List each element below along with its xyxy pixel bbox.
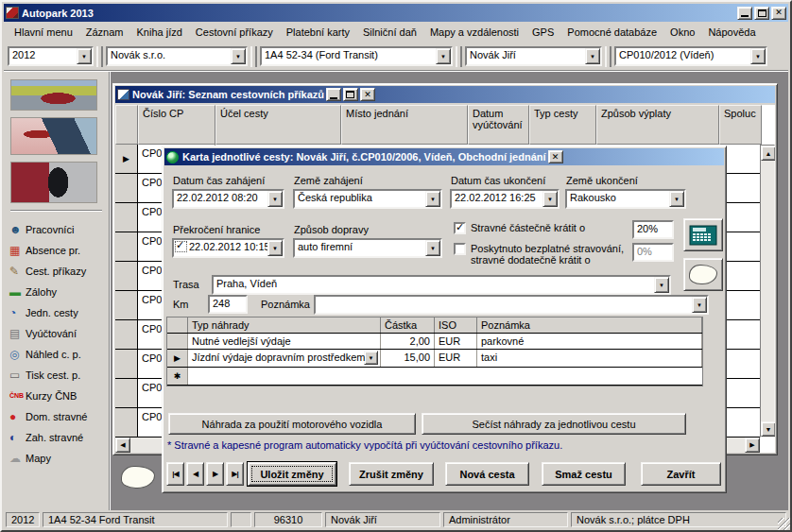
km-field[interactable]: 248 bbox=[208, 295, 248, 314]
menu-item-hlavn-menu[interactable]: Hlavní menu bbox=[8, 25, 79, 40]
vehicle-compensation-button[interactable]: Náhrada za použití motorového vozidla bbox=[168, 413, 416, 435]
toolbar-combo-trip[interactable]: CP010/2012 (Vídeň)▼ bbox=[614, 46, 767, 66]
sidebar-item-pracovn-ci[interactable]: Pracovníci bbox=[9, 219, 103, 240]
sidebar-item-mapy[interactable]: Mapy bbox=[9, 448, 103, 469]
meal-reduce-checkbox[interactable] bbox=[454, 222, 466, 234]
sidebar-item-tisk-cest-p[interactable]: Tisk cest. p. bbox=[9, 365, 103, 386]
menu-item-mapy-a-vzd-lenosti[interactable]: Mapy a vzdálenosti bbox=[423, 25, 525, 40]
new-trip-button[interactable]: Nová cesta bbox=[445, 462, 529, 486]
close-dialog-button[interactable]: Zavřít bbox=[641, 462, 721, 486]
nav-first-button[interactable]: |◀ bbox=[166, 462, 184, 486]
scroll-left-icon[interactable]: ◀ bbox=[115, 438, 130, 453]
sidebar-item-z-lohy[interactable]: Zálohy bbox=[9, 282, 103, 302]
nav-last-button[interactable]: ▶| bbox=[226, 462, 244, 486]
list-maximize-button[interactable] bbox=[343, 88, 358, 101]
end-datetime-combo[interactable]: 22.02.2012 16:25 ▼ bbox=[450, 189, 560, 209]
toolbar-combo-vehicle[interactable]: 1A4 52-34 (Ford Transit)▼ bbox=[260, 46, 453, 66]
menu-item-n-pov-da[interactable]: Nápověda bbox=[701, 25, 762, 40]
sidebar-item-absence-pr[interactable]: Absence pr. bbox=[9, 240, 103, 261]
cell-typ-nahrady[interactable]: ▼Jízdní výdaje dopravním prostředkem bbox=[188, 350, 381, 367]
chevron-down-icon[interactable]: ▼ bbox=[425, 240, 440, 256]
expense-row[interactable]: Nutné vedlejší výdaje2,00EURparkovné bbox=[167, 334, 702, 350]
chevron-down-icon[interactable]: ▼ bbox=[669, 191, 684, 207]
chevron-down-icon[interactable]: ▼ bbox=[542, 191, 558, 207]
toolbar-combo-year[interactable]: 2012▼ bbox=[8, 46, 94, 66]
route-combo[interactable]: Praha, Vídeň ▼ bbox=[212, 275, 671, 295]
row-selector[interactable] bbox=[115, 232, 138, 261]
row-selector[interactable]: ▶ bbox=[167, 350, 188, 367]
chevron-down-icon[interactable]: ▼ bbox=[750, 48, 766, 64]
meal-reduce-percent-field[interactable]: 20% bbox=[632, 220, 674, 239]
sidebar-item-n-hled-c-p[interactable]: Náhled c. p. bbox=[9, 344, 103, 365]
list-close-button[interactable]: ✕ bbox=[360, 88, 375, 101]
chevron-down-icon[interactable]: ▼ bbox=[231, 48, 246, 64]
meal-free-checkbox[interactable] bbox=[454, 243, 466, 255]
chevron-down-icon[interactable]: ▼ bbox=[585, 48, 600, 64]
meal-free-percent-field[interactable]: 0% bbox=[632, 243, 674, 262]
sidebar-item-dom-stravn[interactable]: Dom. stravné bbox=[9, 406, 103, 427]
chevron-down-icon[interactable]: ▼ bbox=[364, 351, 378, 365]
expense-new-row[interactable]: ✱ bbox=[167, 368, 702, 386]
menu-item-kniha-j-zd[interactable]: Kniha jízd bbox=[130, 25, 189, 40]
chevron-down-icon[interactable]: ▼ bbox=[692, 297, 707, 313]
menu-item-pomocn-datab-ze[interactable]: Pomocné databáze bbox=[560, 25, 663, 40]
maximize-button[interactable] bbox=[754, 7, 769, 20]
border-cross-checkbox[interactable] bbox=[175, 241, 187, 252]
menu-item-silni-n-da[interactable]: Silniční daň bbox=[356, 25, 423, 40]
row-selector[interactable] bbox=[115, 174, 138, 202]
chevron-down-icon[interactable]: ▼ bbox=[267, 240, 283, 256]
scroll-down-icon[interactable]: ▼ bbox=[761, 421, 775, 437]
nav-next-button[interactable]: ▶ bbox=[206, 462, 224, 486]
row-selector[interactable]: ▶ bbox=[115, 145, 138, 173]
delete-trip-button[interactable]: Smaž cestu bbox=[542, 462, 626, 486]
border-cross-combo[interactable]: 22.02.2012 10:15 ▼ bbox=[172, 238, 284, 258]
map-button[interactable] bbox=[683, 258, 723, 291]
menu-item-gps[interactable]: GPS bbox=[525, 25, 560, 40]
row-selector[interactable] bbox=[115, 262, 138, 290]
expense-row[interactable]: ▶▼Jízdní výdaje dopravním prostředkem15,… bbox=[167, 350, 702, 368]
row-selector[interactable] bbox=[115, 203, 138, 232]
note-combo[interactable]: ▼ bbox=[314, 295, 709, 315]
dialog-close-button[interactable]: ✕ bbox=[548, 150, 563, 163]
menu-item-okno[interactable]: Okno bbox=[663, 25, 701, 40]
nav-prev-button[interactable]: ◀ bbox=[186, 462, 204, 486]
row-selector[interactable] bbox=[115, 408, 138, 437]
combo-value: 22.02.2012 10:15 bbox=[189, 240, 267, 256]
row-selector[interactable] bbox=[115, 291, 138, 319]
row-selector[interactable] bbox=[115, 350, 138, 378]
start-datetime-combo[interactable]: 22.02.2012 08:20 ▼ bbox=[172, 189, 284, 209]
row-selector[interactable] bbox=[167, 334, 188, 349]
start-country-combo[interactable]: Česká republika ▼ bbox=[293, 189, 442, 209]
sidebar-item-zah-stravn[interactable]: Zah. stravné bbox=[9, 427, 103, 448]
toolbar-combo-company[interactable]: Novák s.r.o.▼ bbox=[106, 46, 248, 66]
sidebar-item-cest-p-kazy[interactable]: Cest. příkazy bbox=[9, 261, 103, 282]
transport-mode-combo[interactable]: auto firemní ▼ bbox=[293, 238, 442, 258]
menu-item-cestovn-p-kazy[interactable]: Cestovní příkazy bbox=[189, 25, 280, 40]
chevron-down-icon[interactable]: ▼ bbox=[436, 48, 451, 64]
resize-grip[interactable] bbox=[778, 518, 790, 530]
sidebar-item-kurzy-nb[interactable]: ČNBKurzy ČNB bbox=[9, 386, 103, 406]
chevron-down-icon[interactable]: ▼ bbox=[654, 277, 669, 293]
cancel-changes-button[interactable]: Zrušit změny bbox=[349, 462, 434, 486]
sidebar-item-jedn-cesty[interactable]: Jedn. cesty bbox=[9, 302, 103, 323]
toolbar-combo-driver[interactable]: Novák Jiří▼ bbox=[465, 46, 602, 66]
close-button[interactable]: ✕ bbox=[771, 7, 786, 20]
list-minimize-button[interactable] bbox=[326, 88, 341, 101]
menu-item-platebn-karty[interactable]: Platební karty bbox=[280, 25, 356, 40]
end-country-combo[interactable]: Rakousko ▼ bbox=[565, 189, 686, 209]
save-changes-button[interactable]: Uložit změny bbox=[248, 462, 336, 486]
sidebar-item-vy-tov-n[interactable]: Vyúčtování bbox=[9, 323, 103, 344]
minimize-button[interactable] bbox=[737, 7, 752, 20]
chevron-down-icon[interactable]: ▼ bbox=[267, 191, 283, 207]
vertical-scrollbar[interactable]: ▲ ▼ bbox=[760, 145, 775, 438]
calculator-button[interactable] bbox=[683, 218, 723, 251]
sum-trip-button[interactable]: Sečíst náhrady za jednotlivou cestu bbox=[422, 413, 686, 435]
row-selector[interactable] bbox=[115, 320, 138, 349]
cell-typ-nahrady[interactable]: Nutné vedlejší výdaje bbox=[188, 334, 381, 349]
chevron-down-icon[interactable]: ▼ bbox=[77, 48, 92, 64]
row-selector[interactable] bbox=[115, 379, 138, 407]
scroll-up-icon[interactable]: ▲ bbox=[761, 146, 775, 161]
chevron-down-icon[interactable]: ▼ bbox=[425, 191, 440, 207]
menu-item-z-znam[interactable]: Záznam bbox=[79, 25, 130, 40]
scroll-right-icon[interactable]: ▶ bbox=[745, 438, 760, 453]
